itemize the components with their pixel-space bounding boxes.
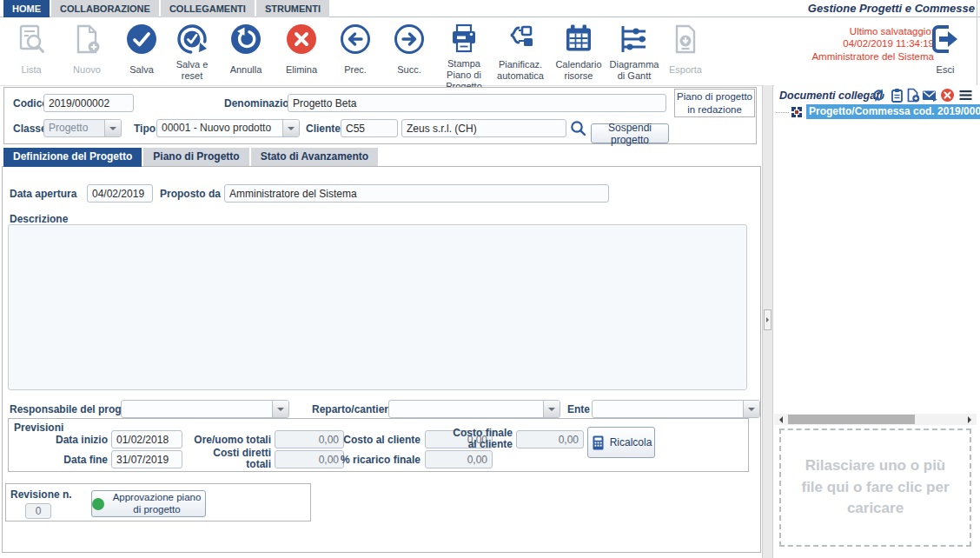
salva-e-reset-button[interactable]: Salva e reset bbox=[167, 20, 217, 83]
revisione-box: Revisione n. Approvazione piano di proge… bbox=[5, 483, 311, 521]
definizione-panel: Data apertura Proposto da Descrizione Re… bbox=[2, 166, 761, 553]
descrizione-label: Descrizione bbox=[10, 213, 68, 225]
calendario-risorse-button[interactable]: Calendario risorse bbox=[553, 20, 605, 83]
ore-uomo-input[interactable] bbox=[275, 430, 344, 448]
denominazione-input[interactable] bbox=[288, 94, 666, 112]
calculator-icon bbox=[591, 435, 606, 450]
approvazione-piano-button[interactable]: Approvazione piano di progetto bbox=[91, 490, 206, 517]
chevron-down-icon[interactable] bbox=[282, 120, 299, 136]
reparto-cantiere-select[interactable] bbox=[388, 400, 560, 418]
new-file-icon[interactable] bbox=[905, 88, 921, 103]
panel-splitter[interactable] bbox=[762, 85, 773, 558]
classe-label: Classe bbox=[13, 123, 47, 135]
previsioni-fieldset: Previsioni Data inizio Ore/uomo totali C… bbox=[8, 418, 749, 472]
chevron-down-icon[interactable] bbox=[272, 401, 288, 417]
chevron-down-icon[interactable] bbox=[104, 120, 121, 136]
list-search-icon bbox=[16, 20, 47, 58]
data-fine-label: Data fine bbox=[16, 454, 108, 466]
scroll-left-arrow[interactable] bbox=[774, 414, 785, 425]
auto-planning-icon bbox=[504, 20, 537, 58]
proposto-da-input[interactable] bbox=[224, 184, 609, 203]
scroll-right-arrow[interactable] bbox=[966, 414, 977, 425]
tab-stato-di-avanzamento[interactable]: Stato di Avanzamento bbox=[251, 148, 378, 166]
proposto-da-label: Proposto da bbox=[160, 188, 221, 200]
save-check-icon bbox=[125, 20, 158, 58]
paste-icon[interactable] bbox=[890, 88, 905, 103]
stampa-piano-button[interactable]: Stampa Piano di Progetto bbox=[440, 20, 488, 93]
costo-finale-label: Costo finale al cliente bbox=[443, 428, 513, 450]
esci-button[interactable]: Esci bbox=[923, 20, 968, 83]
menu-icon[interactable] bbox=[958, 88, 974, 103]
salva-button[interactable]: Salva bbox=[120, 20, 163, 83]
tipo-select[interactable]: 00001 - Nuovo prodotto bbox=[156, 119, 300, 137]
ricalcola-label: Ricalcola bbox=[610, 436, 652, 448]
ricalcola-button[interactable]: Ricalcola bbox=[587, 427, 655, 458]
cliente-code-input[interactable] bbox=[341, 119, 398, 137]
ore-uomo-label: Ore/uomo totali bbox=[189, 434, 271, 446]
file-dropzone[interactable]: Rilasciare uno o più file qui o fare cli… bbox=[779, 428, 971, 547]
horizontal-scrollbar[interactable] bbox=[774, 414, 977, 425]
window-title: Gestione Progetti e Commesse bbox=[808, 2, 975, 15]
revisione-label: Revisione n. bbox=[10, 488, 72, 501]
autosave-line1: Ultimo salvataggio: bbox=[804, 25, 934, 37]
gantt-chart-icon bbox=[618, 20, 651, 58]
window-edge-line bbox=[977, 0, 977, 85]
elimina-button[interactable]: Elimina bbox=[278, 20, 325, 83]
splitter-collapse-button[interactable] bbox=[764, 309, 771, 330]
new-document-icon bbox=[71, 20, 103, 58]
autosave-line2: 04/02/2019 11:34:19 bbox=[804, 37, 934, 50]
ente-select[interactable] bbox=[592, 400, 760, 418]
responsabile-value bbox=[122, 401, 288, 402]
export-icon bbox=[669, 20, 702, 58]
data-inizio-input[interactable] bbox=[111, 430, 182, 448]
autosave-status: Ultimo salvataggio: 04/02/2019 11:34:19 … bbox=[804, 25, 934, 63]
search-icon[interactable] bbox=[570, 120, 586, 136]
pianificazione-automatica-button[interactable]: Pianificaz. automatica bbox=[492, 20, 549, 83]
content-tab-bar: Definizione del Progetto Piano di Proget… bbox=[3, 148, 380, 166]
undo-icon bbox=[229, 20, 262, 58]
descrizione-textarea[interactable] bbox=[8, 224, 747, 390]
chevron-down-icon[interactable] bbox=[743, 401, 759, 417]
cliente-name-input[interactable] bbox=[401, 119, 566, 137]
tree-item-progetto-commessa[interactable]: Progetto/Commessa cod. 2019/000002 - bbox=[806, 104, 980, 119]
refresh-icon[interactable] bbox=[871, 88, 887, 103]
chevron-down-icon[interactable] bbox=[543, 401, 560, 417]
lista-button: Lista bbox=[7, 20, 56, 83]
ricarico-finale-label: % ricarico finale bbox=[339, 454, 420, 466]
printer-icon bbox=[447, 20, 480, 58]
data-fine-input[interactable] bbox=[111, 450, 182, 468]
documenti-collegati-panel: Documenti collegati bbox=[774, 85, 980, 558]
arrow-right-circle-icon bbox=[393, 20, 426, 58]
revisione-input[interactable] bbox=[25, 503, 51, 519]
costi-diretti-input[interactable] bbox=[275, 450, 344, 468]
sospendi-progetto-button[interactable]: Sospendi progetto bbox=[591, 123, 669, 143]
costo-finale-input[interactable] bbox=[516, 430, 584, 448]
prec-button[interactable]: Prec. bbox=[334, 20, 377, 83]
ribbon-tab-collaborazione[interactable]: COLLABORAZIONE bbox=[51, 0, 159, 17]
classe-select[interactable]: Progetto bbox=[43, 119, 122, 137]
codice-input[interactable] bbox=[43, 94, 134, 112]
ribbon-tab-collegamenti[interactable]: COLLEGAMENTI bbox=[161, 0, 255, 17]
data-inizio-label: Data inizio bbox=[16, 434, 108, 446]
ricarico-finale-input[interactable] bbox=[425, 450, 493, 468]
status-green-icon bbox=[92, 498, 104, 510]
annulla-button[interactable]: Annulla bbox=[222, 20, 269, 83]
ribbon-tab-strumenti[interactable]: STRUMENTI bbox=[256, 0, 329, 17]
project-header-box: Codice Denominazione Classe Progetto Tip… bbox=[3, 87, 757, 144]
data-apertura-input[interactable] bbox=[87, 184, 153, 203]
autosave-line3: Amministratore del Sistema bbox=[804, 50, 934, 63]
ribbon-tab-home[interactable]: HOME bbox=[3, 0, 50, 17]
approvazione-label: Approvazione piano di progetto bbox=[109, 492, 205, 516]
ente-value bbox=[593, 401, 759, 402]
responsabile-select[interactable] bbox=[121, 400, 289, 418]
tab-piano-di-progetto[interactable]: Piano di Progetto bbox=[143, 148, 248, 166]
costi-diretti-label: Costi diretti totali bbox=[189, 448, 271, 470]
project-node-icon bbox=[790, 105, 804, 119]
remove-icon[interactable] bbox=[940, 88, 956, 103]
mail-icon[interactable] bbox=[922, 88, 937, 103]
tab-definizione-del-progetto[interactable]: Definizione del Progetto bbox=[3, 148, 142, 167]
arrow-left-circle-icon bbox=[339, 20, 372, 58]
diagramma-gantt-button[interactable]: Diagramma di Gantt bbox=[606, 20, 662, 83]
scrollbar-thumb[interactable] bbox=[788, 415, 915, 424]
succ-button[interactable]: Succ. bbox=[387, 20, 431, 83]
